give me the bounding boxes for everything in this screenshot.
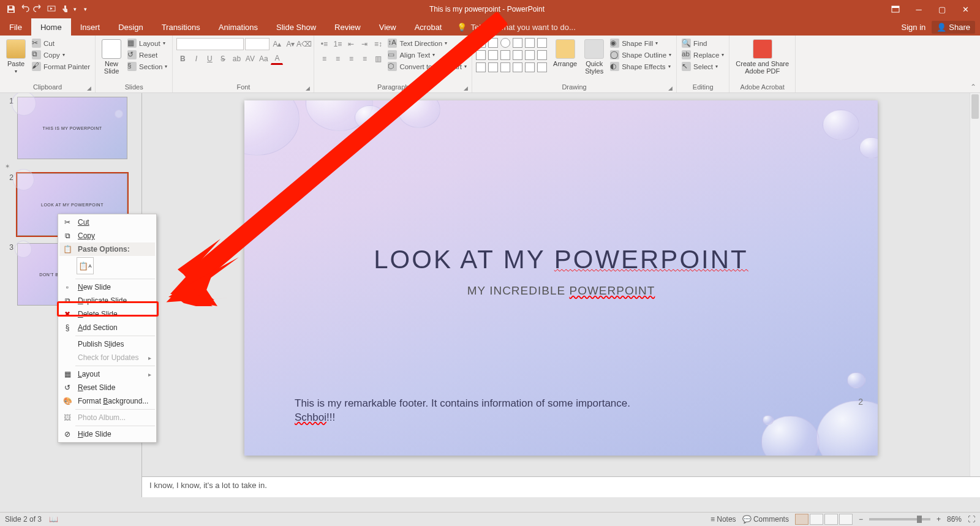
ctx-copy[interactable]: ⧉Copy (59, 229, 155, 242)
tab-slideshow[interactable]: Slide Show (267, 18, 325, 36)
undo-icon[interactable] (20, 4, 29, 14)
section-button[interactable]: §Section▾ (126, 61, 168, 72)
decrease-font-icon[interactable]: A▾ (284, 38, 296, 50)
tab-view[interactable]: View (370, 18, 405, 36)
smartart-button[interactable]: ⬡Convert to SmartArt▾ (386, 61, 468, 72)
collapse-ribbon-icon[interactable]: ⌃ (970, 83, 976, 91)
bold-icon[interactable]: B (176, 53, 189, 65)
spellcheck-icon[interactable]: 📖 (49, 515, 58, 524)
tab-file[interactable]: File (0, 18, 31, 36)
layout-button[interactable]: ▦Layout▾ (126, 38, 168, 48)
create-pdf-button[interactable]: Create and Share Adobe PDF (733, 38, 791, 76)
shape-more-icon[interactable] (537, 38, 547, 48)
paste-button[interactable]: Paste▾ (4, 38, 28, 75)
change-case-icon[interactable]: Aa (257, 53, 270, 65)
touch-mode-icon[interactable] (60, 4, 70, 14)
ctx-hide-slide[interactable]: ⊘Hide Slide (59, 427, 155, 441)
notes-pane[interactable]: I know, I know, it's a lot to take in. (142, 476, 980, 497)
status-slide-number[interactable]: Slide 2 of 3 (5, 515, 42, 524)
ctx-layout[interactable]: ▦Layout▸ (59, 367, 155, 381)
paragraph-dialog-icon[interactable]: ◢ (464, 85, 468, 91)
cut-button[interactable]: ✂Cut (31, 38, 91, 48)
ctx-add-section[interactable]: §Add Section (59, 321, 155, 334)
align-center-icon[interactable]: ≡ (331, 53, 344, 65)
scrollbar-thumb[interactable] (971, 94, 979, 119)
minimize-icon[interactable]: ─ (910, 3, 927, 15)
numbering-icon[interactable]: 1≡ (331, 38, 344, 50)
underline-icon[interactable]: U (203, 53, 216, 65)
align-text-button[interactable]: ▭Align Text▾ (386, 50, 468, 60)
slideshow-view-icon[interactable] (839, 514, 853, 525)
zoom-percent[interactable]: 86% (947, 515, 962, 524)
shape-rect-icon[interactable] (488, 38, 498, 48)
thumbnail-1[interactable]: 1 THIS IS MY POWERPOINT (0, 93, 141, 163)
bullets-icon[interactable]: •≡ (318, 38, 330, 50)
ctx-delete-slide[interactable]: ✖Delete Slide (59, 307, 155, 321)
shadow-icon[interactable]: ab (230, 53, 243, 65)
normal-view-icon[interactable] (795, 514, 809, 525)
arrange-button[interactable]: Arrange (551, 38, 579, 69)
slide-subtitle[interactable]: MY INCREDIBLE POWERPOINT (244, 284, 878, 298)
start-from-beginning-icon[interactable] (47, 4, 56, 14)
italic-icon[interactable]: I (190, 53, 202, 65)
increase-indent-icon[interactable]: ⇥ (358, 38, 371, 50)
font-color-icon[interactable]: A (271, 53, 283, 65)
ctx-duplicate-slide[interactable]: ⧉Duplicate Slide (59, 294, 155, 307)
ctx-reset-slide[interactable]: ↺Reset Slide (59, 381, 155, 394)
slide-title[interactable]: LOOK AT MY POWERPOINT (244, 245, 878, 274)
font-name-combo[interactable] (176, 38, 244, 50)
tab-home[interactable]: Home (31, 18, 71, 36)
ctx-new-slide[interactable]: ▫New Slide (59, 280, 155, 294)
copy-button[interactable]: ⧉Copy▾ (31, 50, 91, 60)
char-spacing-icon[interactable]: AV (244, 53, 256, 65)
clear-formatting-icon[interactable]: A⌫ (298, 38, 310, 50)
columns-icon[interactable]: ▥ (372, 53, 384, 65)
align-right-icon[interactable]: ≡ (345, 53, 357, 65)
new-slide-button[interactable]: New Slide (99, 38, 124, 76)
zoom-slider-handle[interactable] (917, 516, 922, 523)
ctx-format-background[interactable]: 🎨Format Background... (59, 394, 155, 408)
ribbon-display-options-icon[interactable] (887, 3, 904, 15)
comments-toggle[interactable]: 💬 Comments (742, 515, 789, 524)
line-spacing-icon[interactable]: ≡↕ (372, 38, 384, 50)
notes-toggle[interactable]: ≡ Notes (710, 515, 736, 524)
qat-dropdown-icon[interactable]: ▾ (74, 6, 77, 12)
format-painter-button[interactable]: 🖌Format Painter (31, 61, 91, 72)
clipboard-dialog-icon[interactable]: ◢ (87, 85, 91, 91)
increase-font-icon[interactable]: A▴ (271, 38, 283, 50)
close-icon[interactable]: ✕ (957, 3, 974, 15)
shape-triangle-icon[interactable] (513, 38, 522, 48)
paste-keep-source-icon[interactable]: 📋A (77, 257, 94, 274)
slide-footer[interactable]: This is my remarkable footer. It contain… (295, 397, 638, 425)
fit-to-window-icon[interactable]: ⛶ (968, 515, 975, 524)
slide-sorter-view-icon[interactable] (810, 514, 823, 525)
save-icon[interactable] (6, 4, 16, 14)
find-button[interactable]: 🔍Find (680, 38, 708, 48)
zoom-slider[interactable] (869, 518, 930, 520)
tab-review[interactable]: Review (325, 18, 370, 36)
tab-animations[interactable]: Animations (209, 18, 267, 36)
shape-effects-button[interactable]: ◐Shape Effects▾ (609, 61, 673, 72)
qat-customize-icon[interactable]: ▾ (80, 6, 87, 12)
share-button[interactable]: 👤Share (932, 21, 975, 34)
shape-fill-button[interactable]: ◉Shape Fill▾ (609, 38, 673, 48)
tab-transitions[interactable]: Transitions (153, 18, 209, 36)
ctx-cut[interactable]: ✂Cut (59, 216, 155, 229)
slide-scroll[interactable]: LOOK AT MY POWERPOINT MY INCREDIBLE POWE… (142, 93, 980, 476)
sign-in-link[interactable]: Sign in (902, 23, 926, 32)
text-direction-button[interactable]: ↕AText Direction▾ (386, 38, 468, 48)
strikethrough-icon[interactable]: S̶ (217, 53, 229, 65)
replace-button[interactable]: abReplace▾ (680, 50, 725, 60)
shapes-gallery[interactable] (476, 38, 548, 73)
drawing-dialog-icon[interactable]: ◢ (668, 85, 673, 91)
shape-oval-icon[interactable] (500, 38, 510, 48)
maximize-icon[interactable]: ▢ (933, 3, 951, 15)
select-button[interactable]: ↖Select▾ (680, 61, 719, 72)
shape-arrow-icon[interactable] (525, 38, 535, 48)
justify-icon[interactable]: ≡ (358, 53, 371, 65)
reading-view-icon[interactable] (824, 514, 838, 525)
tab-design[interactable]: Design (109, 18, 152, 36)
tab-insert[interactable]: Insert (71, 18, 110, 36)
decrease-indent-icon[interactable]: ⇤ (345, 38, 357, 50)
tab-acrobat[interactable]: Acrobat (405, 18, 451, 36)
